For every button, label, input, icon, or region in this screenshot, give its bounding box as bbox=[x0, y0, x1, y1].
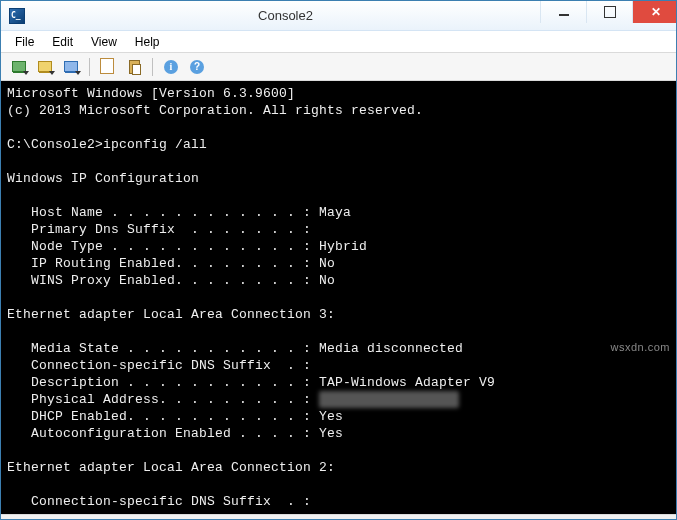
section-heading-winip: Windows IP Configuration bbox=[7, 171, 199, 186]
help-button[interactable]: ? bbox=[185, 56, 209, 78]
autoconf-value: Yes bbox=[319, 426, 343, 441]
physical-address-value: 00-FF-AC-C9-17-C0 bbox=[319, 391, 459, 408]
media-state-value: Media disconnected bbox=[319, 341, 463, 356]
hostname-label: Host Name . . . . . . . . . . . . : bbox=[7, 205, 319, 220]
toolbar: i ? bbox=[1, 53, 677, 81]
conn-suffix-label: Connection-specific DNS Suffix . : bbox=[7, 358, 311, 373]
paste-icon bbox=[129, 60, 140, 74]
copy-button[interactable] bbox=[96, 56, 120, 78]
menu-bar: File Edit View Help bbox=[1, 31, 677, 53]
copy-icon bbox=[102, 60, 114, 74]
description-value: TAP-Windows Adapter V9 bbox=[319, 375, 495, 390]
menu-edit[interactable]: Edit bbox=[44, 33, 81, 51]
new-tab-button-1[interactable] bbox=[7, 56, 31, 78]
chevron-down-icon bbox=[49, 71, 55, 75]
maximize-button[interactable] bbox=[586, 1, 632, 23]
title-bar: Console2 bbox=[1, 1, 677, 31]
toolbar-separator bbox=[89, 58, 90, 76]
new-tab-button-3[interactable] bbox=[59, 56, 83, 78]
prompt: C:\Console2> bbox=[7, 137, 103, 152]
close-button[interactable] bbox=[632, 1, 677, 23]
autoconf-label: Autoconfiguration Enabled . . . . : bbox=[7, 426, 319, 441]
dns-suffix-label: Primary Dns Suffix . . . . . . . : bbox=[7, 222, 311, 237]
section-heading-adapter2: Ethernet adapter Local Area Connection 2… bbox=[7, 460, 335, 475]
info-button[interactable]: i bbox=[159, 56, 183, 78]
os-banner-line1: Microsoft Windows [Version 6.3.9600] bbox=[7, 86, 295, 101]
node-type-value: Hybrid bbox=[319, 239, 367, 254]
node-type-label: Node Type . . . . . . . . . . . . : bbox=[7, 239, 319, 254]
wins-proxy-label: WINS Proxy Enabled. . . . . . . . : bbox=[7, 273, 319, 288]
dhcp-value: Yes bbox=[319, 409, 343, 424]
info-icon: i bbox=[164, 60, 178, 74]
app-icon bbox=[9, 8, 25, 24]
terminal-output[interactable]: Microsoft Windows [Version 6.3.9600] (c)… bbox=[1, 81, 677, 514]
menu-view[interactable]: View bbox=[83, 33, 125, 51]
minimize-button[interactable] bbox=[540, 1, 586, 23]
hostname-value: Maya bbox=[319, 205, 351, 220]
help-icon: ? bbox=[190, 60, 204, 74]
section-heading-adapter3: Ethernet adapter Local Area Connection 3… bbox=[7, 307, 335, 322]
window-controls bbox=[540, 1, 677, 23]
command-entered: ipconfig /all bbox=[103, 137, 207, 152]
physical-address-label: Physical Address. . . . . . . . . : bbox=[7, 392, 319, 407]
menu-help[interactable]: Help bbox=[127, 33, 168, 51]
media-state-label: Media State . . . . . . . . . . . : bbox=[7, 341, 319, 356]
watermark: wsxdn.com bbox=[610, 341, 670, 353]
ip-routing-value: No bbox=[319, 256, 335, 271]
toolbar-separator bbox=[152, 58, 153, 76]
window-title: Console2 bbox=[31, 8, 540, 23]
chevron-down-icon bbox=[75, 71, 81, 75]
new-tab-button-2[interactable] bbox=[33, 56, 57, 78]
chevron-down-icon bbox=[23, 71, 29, 75]
status-bar: Ready 25x80 bbox=[1, 514, 677, 520]
conn-suffix2-label: Connection-specific DNS Suffix . : bbox=[7, 494, 311, 509]
paste-button[interactable] bbox=[122, 56, 146, 78]
wins-proxy-value: No bbox=[319, 273, 335, 288]
os-banner-line2: (c) 2013 Microsoft Corporation. All righ… bbox=[7, 103, 423, 118]
dhcp-label: DHCP Enabled. . . . . . . . . . . : bbox=[7, 409, 319, 424]
menu-file[interactable]: File bbox=[7, 33, 42, 51]
description-label: Description . . . . . . . . . . . : bbox=[7, 375, 319, 390]
ip-routing-label: IP Routing Enabled. . . . . . . . : bbox=[7, 256, 319, 271]
